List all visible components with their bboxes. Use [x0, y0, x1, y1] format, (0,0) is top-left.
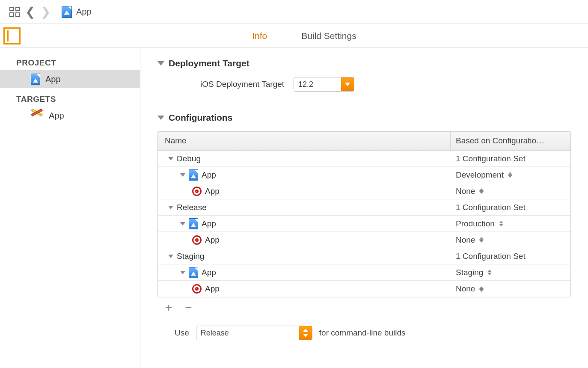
project-icon: [189, 218, 198, 229]
sidebar-item-project-app[interactable]: App: [0, 70, 140, 88]
use-configuration-input[interactable]: [196, 326, 299, 340]
based-label: Development: [456, 170, 504, 180]
row-label: App: [205, 187, 220, 196]
row-label: App: [202, 170, 216, 180]
related-items-button[interactable]: [7, 4, 22, 20]
based-label: 1 Configuration Set: [456, 203, 526, 212]
nav-forward-button[interactable]: ❯: [38, 4, 53, 20]
table-row[interactable]: AppNone: [158, 232, 570, 248]
cell-name: App: [158, 218, 451, 229]
cell-based: 1 Configuration Set: [451, 203, 570, 212]
based-label: None: [456, 235, 475, 245]
editor-mode-bar: Info Build Settings: [0, 24, 588, 48]
cell-based: 1 Configuration Set: [451, 252, 570, 261]
target-icon: [192, 235, 202, 245]
row-label: Debug: [177, 154, 201, 163]
project-icon: [62, 6, 72, 18]
remove-configuration-button[interactable]: −: [185, 302, 192, 314]
nav-back-button[interactable]: ❮: [22, 4, 38, 20]
use-label-pre: Use: [175, 328, 189, 338]
project-icon: [189, 169, 198, 181]
disclosure-icon[interactable]: [180, 271, 185, 274]
project-sidebar: PROJECT App TARGETS App: [0, 48, 140, 368]
svg-marker-0: [345, 83, 350, 86]
sidebar-heading-targets: TARGETS: [0, 92, 140, 107]
cell-based[interactable]: Staging: [451, 268, 570, 277]
table-row[interactable]: AppStaging: [158, 264, 570, 281]
sidebar-heading-project: PROJECT: [0, 56, 140, 70]
section-deployment-target[interactable]: Deployment Target: [157, 58, 571, 68]
project-icon: [31, 74, 40, 85]
sidebar-item-label: App: [49, 111, 64, 121]
stepper-icon: [479, 286, 484, 292]
dropdown-arrow-icon: [299, 326, 312, 340]
table-row[interactable]: AppNone: [158, 281, 570, 297]
breadcrumb-title: App: [76, 7, 92, 17]
column-header-name[interactable]: Name: [158, 132, 451, 150]
cell-based[interactable]: None: [451, 284, 570, 294]
content-area: Deployment Target iOS Deployment Target …: [140, 48, 588, 368]
app-target-icon: [31, 110, 44, 121]
cell-based[interactable]: Production: [451, 219, 570, 229]
sidebar-item-target-app[interactable]: App: [0, 107, 140, 125]
cell-name: App: [158, 169, 451, 181]
divider: [4, 90, 136, 90]
target-icon: [192, 284, 202, 294]
cell-name: App: [158, 187, 451, 196]
chevron-right-icon: ❯: [41, 6, 50, 18]
cell-name: App: [158, 235, 451, 245]
based-label: 1 Configuration Set: [456, 154, 526, 163]
cell-name: Debug: [158, 154, 451, 163]
row-label: App: [202, 268, 216, 277]
sidebar-item-label: App: [45, 74, 61, 84]
svg-marker-1: [303, 329, 308, 332]
table-row[interactable]: Staging1 Configuration Set: [158, 248, 570, 264]
project-icon: [189, 267, 198, 278]
breadcrumb[interactable]: App: [62, 6, 92, 18]
cell-based[interactable]: None: [451, 187, 570, 196]
based-label: Production: [456, 219, 495, 229]
row-label: App: [205, 284, 220, 294]
use-label-post: for command-line builds: [319, 328, 406, 338]
sidebar-toggle-button[interactable]: [3, 27, 21, 45]
cell-based[interactable]: None: [451, 235, 570, 245]
tab-info[interactable]: Info: [252, 31, 267, 41]
stepper-icon: [499, 221, 503, 226]
table-row[interactable]: Debug1 Configuration Set: [158, 151, 570, 167]
based-label: None: [456, 284, 475, 294]
column-header-based[interactable]: Based on Configuratio…: [451, 132, 570, 150]
chevron-left-icon: ❮: [25, 6, 35, 18]
tab-build-settings[interactable]: Build Settings: [301, 31, 356, 41]
cell-based: 1 Configuration Set: [451, 154, 570, 163]
stepper-icon: [508, 172, 512, 178]
grid-icon: [9, 7, 20, 17]
disclosure-icon: [157, 61, 164, 65]
disclosure-icon[interactable]: [168, 255, 173, 258]
row-label: Staging: [177, 252, 204, 261]
disclosure-icon[interactable]: [180, 173, 185, 177]
based-label: Staging: [456, 268, 483, 277]
row-label: App: [202, 219, 216, 229]
svg-marker-2: [303, 334, 308, 337]
cell-name: Release: [158, 203, 451, 212]
add-configuration-button[interactable]: +: [165, 302, 172, 314]
table-row[interactable]: AppDevelopment: [158, 167, 570, 183]
section-configurations[interactable]: Configurations: [157, 113, 571, 123]
target-icon: [192, 187, 202, 196]
use-configuration-combo[interactable]: [196, 326, 312, 340]
table-row[interactable]: AppProduction: [158, 216, 570, 232]
disclosure-icon[interactable]: [180, 222, 185, 226]
stepper-icon: [487, 270, 492, 275]
stepper-icon: [479, 237, 484, 243]
table-row[interactable]: Release1 Configuration Set: [158, 199, 570, 216]
disclosure-icon[interactable]: [168, 157, 173, 160]
deployment-target-input[interactable]: [294, 77, 341, 91]
cell-name: Staging: [158, 252, 451, 261]
table-row[interactable]: AppNone: [158, 183, 570, 199]
based-label: 1 Configuration Set: [456, 252, 526, 261]
deployment-target-combo[interactable]: [294, 77, 354, 92]
divider: [157, 102, 571, 102]
disclosure-icon[interactable]: [168, 206, 173, 209]
deployment-target-label: iOS Deployment Target: [200, 80, 284, 89]
cell-based[interactable]: Development: [451, 170, 570, 180]
